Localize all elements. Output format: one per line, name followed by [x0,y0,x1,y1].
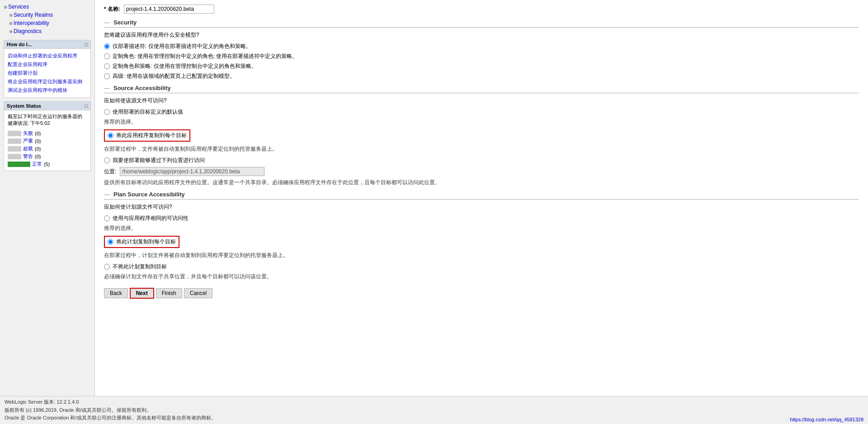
security-radio-1[interactable] [104,43,110,49]
status-count-ok: (5) [44,162,50,167]
source-question: 应如何使该源文件可访问? [104,97,859,105]
source-option-3: 我要使部署能够通过下列位置进行访问 [104,157,859,164]
status-count-warning: (0) [35,154,41,159]
status-label-overload[interactable]: 超载 [23,145,33,152]
howdoi-link-2[interactable]: 创建部署计划 [8,69,87,77]
location-input[interactable] [120,167,264,176]
status-count-failure: (0) [35,131,41,136]
sidebar-item-security-realms[interactable]: ⊕ Security Realms [9,11,91,19]
sidebar-item-diagnostics[interactable]: ⊕ Diagnostics [9,27,91,35]
sidebar-nav: ⊕ Services ⊕ Security Realms ⊕ Interoper… [0,2,94,36]
button-row: Back Next Finish Cancel [104,288,859,299]
status-bar-overload [8,146,21,152]
name-input[interactable] [124,5,214,14]
footer-trademark: Oracle 是 Oracle Corporation 和/或其关联公司的注册商… [5,414,216,422]
status-count-critical: (0) [35,138,41,144]
security-option-4: 高级: 使用在该领域的配置页上已配置的定制模型。 [104,72,859,80]
source-accessibility-section: Source Accessibility 应如何使该源文件可访问? 使用部署的目… [104,85,859,186]
status-bar-failure [8,131,21,136]
plan-radio-1[interactable] [104,215,110,221]
tree-toggle-diagnostics[interactable]: ⊕ [9,29,13,34]
sidebar: ⊕ Services ⊕ Security Realms ⊕ Interoper… [0,0,95,396]
security-radio-2[interactable] [104,53,110,59]
how-do-i-collapse[interactable]: □ [85,42,88,47]
next-button[interactable]: Next [130,288,154,299]
source-radio-3[interactable] [104,157,110,163]
source-label-2: 将此应用程序复制到每个目标 [116,132,187,139]
sidebar-item-interoperability[interactable]: ⊕ Interoperability [9,19,91,27]
status-bar-ok [8,162,30,167]
how-do-i-panel: How do I... □ 启动和停止部署的企业应用程序 配置企业应用程序 创建… [4,40,91,98]
security-section-title: Security [104,19,859,28]
source-desc: 在部署过程中，文件将被自动复制到应用程序要定位到的托管服务器上。 [104,145,859,153]
footer: WebLogic Server 版本: 12.2.1.4.0 版权所有 (c) … [0,396,868,424]
back-button[interactable]: Back [104,288,128,298]
security-section: Security 您将建议该应用程序使用什么安全模型? 仅部署描述符: 仅使用在… [104,19,859,80]
tree-toggle-services[interactable]: ⊕ [4,5,7,10]
security-label-2: 定制角色: 使用在管理控制台中定义的角色; 使用在部署描述符中定义的策略。 [113,52,297,60]
plan-source-section: Plan Source Accessibility 应如何使计划源文件可访问? … [104,191,859,281]
plan-label-1: 使用与应用程序相同的可访问性 [113,214,189,222]
footer-version: WebLogic Server 版本: 12.2.1.4.0 [5,398,216,406]
system-status-body: 截至以下时间正在运行的服务器的健康状况: 下午5:02 失败 (0) 严重 (0… [4,110,90,171]
system-status-header: System Status □ [4,102,90,110]
howdoi-link-3[interactable]: 将企业应用程序定位到服务器实例 [8,77,87,86]
source-label-1: 使用部署的目标定义的默认值 [113,108,183,116]
status-row-critical: 严重 (0) [8,137,87,145]
status-count-overload: (0) [35,146,41,152]
status-label-critical[interactable]: 严重 [23,138,33,144]
security-label-4: 高级: 使用在该领域的配置页上已配置的定制模型。 [113,72,235,80]
security-option-2: 定制角色: 使用在管理控制台中定义的角色; 使用在部署描述符中定义的策略。 [104,52,859,60]
plan-desc: 在部署过程中，计划文件将被自动复制到应用程序要定位到的托管服务器上。 [104,252,859,259]
services-link[interactable]: Services [8,3,29,10]
finish-button[interactable]: Finish [156,288,182,298]
system-status-title: System Status [7,103,41,109]
status-label-failure[interactable]: 失败 [23,130,33,137]
plan-radio-2[interactable] [108,239,113,245]
footer-url[interactable]: https://blog.csdn.net/qq_4581328 [790,417,863,422]
security-label-3: 定制角色和策略: 仅使用在管理控制台中定义的角色和策略。 [113,62,257,70]
location-row: 位置: [104,167,859,176]
plan-option-3: 不将此计划复制到目标 [104,263,859,271]
tree-toggle-interop[interactable]: ⊕ [9,21,13,26]
source-recommended-text: 推荐的选择。 [104,118,859,126]
plan-label-2: 将此计划复制到每个目标 [116,238,176,246]
cancel-button[interactable]: Cancel [184,288,212,298]
sidebar-item-services[interactable]: ⊕ Services [4,3,91,11]
how-do-i-body: 启动和停止部署的企业应用程序 配置企业应用程序 创建部署计划 将企业应用程序定位… [4,49,90,97]
status-bar-warning [8,154,21,159]
interoperability-link[interactable]: Interoperability [14,19,49,27]
name-label: * 名称: [104,5,120,13]
name-row: * 名称: [104,5,859,14]
plan-label-3: 不将此计划复制到目标 [113,263,167,271]
system-status-panel: System Status □ 截至以下时间正在运行的服务器的健康状况: 下午5… [4,101,91,171]
howdoi-link-4[interactable]: 测试企业应用程序中的模块 [8,86,87,95]
source-radio-1[interactable] [104,109,110,115]
source-section-title: Source Accessibility [104,85,859,93]
diagnostics-link[interactable]: Diagnostics [14,28,42,35]
source-radio-2[interactable] [108,133,113,138]
source-highlighted-radio: 将此应用程序复制到每个目标 [104,129,190,142]
plan-highlighted-radio: 将此计划复制到每个目标 [104,236,179,248]
plan-radio-3[interactable] [104,264,110,270]
plan-option-1: 使用与应用程序相同的可访问性 [104,214,859,222]
plan-question: 应如何使计划源文件可访问? [104,203,859,211]
status-bar-critical [8,138,21,144]
tree-toggle-security[interactable]: ⊕ [9,13,13,18]
how-do-i-title: How do I... [7,42,32,47]
system-status-collapse[interactable]: □ [85,103,88,109]
security-option-3: 定制角色和策略: 仅使用在管理控制台中定义的角色和策略。 [104,62,859,70]
source-option-1: 使用部署的目标定义的默认值 [104,108,859,116]
plan-section-title: Plan Source Accessibility [104,191,859,200]
how-do-i-header: How do I... □ [4,40,90,49]
security-realms-link[interactable]: Security Realms [14,11,53,19]
status-label-ok[interactable]: 正常 [32,161,42,167]
status-label-warning[interactable]: 警告 [23,153,33,160]
status-row-ok: 正常 (5) [8,160,87,168]
security-radio-4[interactable] [104,73,110,79]
location-hint: 提供所有目标将访问此应用程序文件的位置。这通常是一个共享目录。必须确保应用程序文… [104,179,859,186]
security-radio-3[interactable] [104,63,110,69]
howdoi-link-1[interactable]: 配置企业应用程序 [8,60,87,69]
status-description: 截至以下时间正在运行的服务器的健康状况: 下午5:02 [8,113,87,127]
howdoi-link-0[interactable]: 启动和停止部署的企业应用程序 [8,52,87,60]
